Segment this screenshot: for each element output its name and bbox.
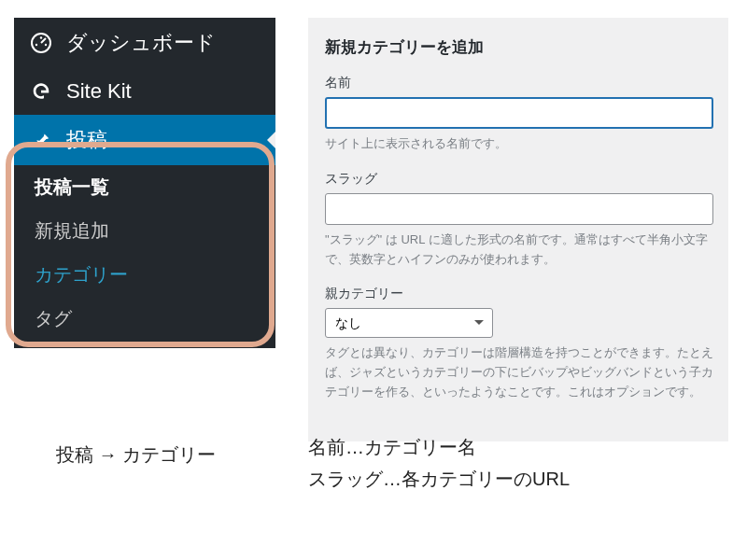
sidebar-item-label: 投稿 [66, 126, 107, 154]
caption-left: 投稿 → カテゴリー [56, 439, 216, 470]
sidebar-sub-categories[interactable]: カテゴリー [14, 253, 275, 297]
sidebar-sub-add-new[interactable]: 新規追加 [14, 209, 275, 253]
add-category-panel: 新規カテゴリーを追加 名前 サイト上に表示される名前です。 スラッグ "スラッグ… [308, 18, 728, 441]
field-parent: 親カテゴリー なし タグとは異なり、カテゴリーは階層構造を持つことができます。た… [325, 286, 713, 401]
sidebar-item-label: Site Kit [66, 79, 132, 104]
name-help: サイト上に表示される名前です。 [325, 134, 713, 154]
slug-input[interactable] [325, 193, 713, 225]
svg-point-1 [35, 44, 37, 46]
admin-sidebar: ダッシュボード Site Kit 投稿 投稿一覧 新規追加 カテゴリー タグ [14, 18, 275, 348]
slug-label: スラッグ [325, 171, 713, 188]
slug-help: "スラッグ" は URL に適した形式の名前です。通常はすべて半角小文字で、英数… [325, 231, 713, 270]
field-name: 名前 サイト上に表示される名前です。 [325, 75, 713, 154]
name-input[interactable] [325, 97, 713, 129]
sidebar-item-posts[interactable]: 投稿 [14, 115, 275, 165]
field-slug: スラッグ "スラッグ" は URL に適した形式の名前です。通常はすべて半角小文… [325, 171, 713, 270]
sidebar-item-dashboard[interactable]: ダッシュボード [14, 18, 275, 68]
parent-select-wrap: なし [325, 308, 493, 338]
svg-point-3 [45, 44, 47, 46]
parent-label: 親カテゴリー [325, 286, 713, 302]
sitekit-icon [29, 79, 53, 104]
caption-right-line1: 名前…カテゴリー名 [308, 431, 570, 463]
panel-heading: 新規カテゴリーを追加 [325, 36, 713, 58]
caption-right-line2: スラッグ…各カテゴリーのURL [308, 463, 570, 495]
sidebar-item-label: ダッシュボード [66, 29, 216, 57]
dashboard-icon [29, 31, 53, 55]
svg-point-2 [40, 36, 42, 38]
caption-right: 名前…カテゴリー名 スラッグ…各カテゴリーのURL [308, 431, 570, 495]
sidebar-item-sitekit[interactable]: Site Kit [14, 68, 275, 115]
sidebar-sub-all-posts[interactable]: 投稿一覧 [14, 165, 275, 209]
pin-icon [29, 128, 53, 152]
parent-select[interactable]: なし [325, 308, 493, 338]
sidebar-sub-tags[interactable]: タグ [14, 297, 275, 341]
name-label: 名前 [325, 75, 713, 91]
parent-help: タグとは異なり、カテゴリーは階層構造を持つことができます。たとえば、ジャズという… [325, 343, 713, 401]
